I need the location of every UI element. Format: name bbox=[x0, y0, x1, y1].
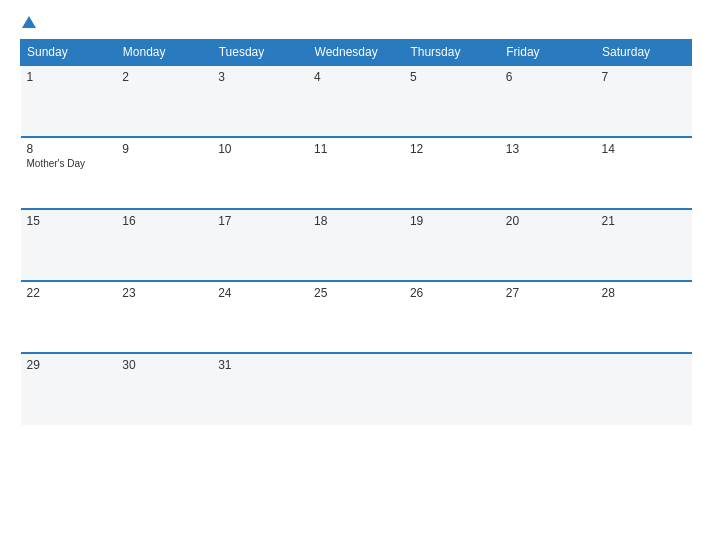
weekday-header: Tuesday bbox=[212, 40, 308, 66]
calendar-week-row: 1234567 bbox=[21, 65, 692, 137]
calendar-day-cell: 11 bbox=[308, 137, 404, 209]
calendar-day-cell: 6 bbox=[500, 65, 596, 137]
weekday-header-row: SundayMondayTuesdayWednesdayThursdayFrid… bbox=[21, 40, 692, 66]
day-number: 31 bbox=[218, 358, 302, 372]
calendar-day-cell: 14 bbox=[596, 137, 692, 209]
weekday-header: Thursday bbox=[404, 40, 500, 66]
calendar-day-cell: 26 bbox=[404, 281, 500, 353]
calendar-day-cell: 22 bbox=[21, 281, 117, 353]
day-number: 16 bbox=[122, 214, 206, 228]
calendar-day-cell: 23 bbox=[116, 281, 212, 353]
day-number: 12 bbox=[410, 142, 494, 156]
day-number: 6 bbox=[506, 70, 590, 84]
calendar-day-cell: 4 bbox=[308, 65, 404, 137]
calendar-day-cell bbox=[308, 353, 404, 425]
day-event-label: Mother's Day bbox=[27, 158, 111, 169]
calendar-body: 12345678Mother's Day91011121314151617181… bbox=[21, 65, 692, 425]
calendar-day-cell: 29 bbox=[21, 353, 117, 425]
day-number: 26 bbox=[410, 286, 494, 300]
calendar-header bbox=[20, 16, 692, 29]
day-number: 3 bbox=[218, 70, 302, 84]
day-number: 25 bbox=[314, 286, 398, 300]
calendar-week-row: 22232425262728 bbox=[21, 281, 692, 353]
calendar-day-cell: 7 bbox=[596, 65, 692, 137]
day-number: 24 bbox=[218, 286, 302, 300]
day-number: 8 bbox=[27, 142, 111, 156]
day-number: 17 bbox=[218, 214, 302, 228]
day-number: 5 bbox=[410, 70, 494, 84]
weekday-header: Sunday bbox=[21, 40, 117, 66]
calendar-day-cell: 27 bbox=[500, 281, 596, 353]
day-number: 23 bbox=[122, 286, 206, 300]
logo-triangle-icon bbox=[22, 16, 36, 28]
day-number: 30 bbox=[122, 358, 206, 372]
calendar-day-cell: 21 bbox=[596, 209, 692, 281]
weekday-header: Saturday bbox=[596, 40, 692, 66]
calendar-week-row: 8Mother's Day91011121314 bbox=[21, 137, 692, 209]
calendar-day-cell: 17 bbox=[212, 209, 308, 281]
calendar-week-row: 293031 bbox=[21, 353, 692, 425]
day-number: 14 bbox=[602, 142, 686, 156]
calendar-day-cell bbox=[500, 353, 596, 425]
calendar-day-cell: 8Mother's Day bbox=[21, 137, 117, 209]
day-number: 2 bbox=[122, 70, 206, 84]
calendar-day-cell: 25 bbox=[308, 281, 404, 353]
calendar-week-row: 15161718192021 bbox=[21, 209, 692, 281]
weekday-header: Monday bbox=[116, 40, 212, 66]
calendar-day-cell: 24 bbox=[212, 281, 308, 353]
calendar-day-cell: 12 bbox=[404, 137, 500, 209]
day-number: 7 bbox=[602, 70, 686, 84]
day-number: 1 bbox=[27, 70, 111, 84]
calendar-day-cell bbox=[596, 353, 692, 425]
day-number: 22 bbox=[27, 286, 111, 300]
calendar-day-cell: 9 bbox=[116, 137, 212, 209]
calendar-day-cell: 18 bbox=[308, 209, 404, 281]
calendar-day-cell: 28 bbox=[596, 281, 692, 353]
calendar-day-cell: 1 bbox=[21, 65, 117, 137]
day-number: 20 bbox=[506, 214, 590, 228]
calendar-day-cell: 19 bbox=[404, 209, 500, 281]
day-number: 4 bbox=[314, 70, 398, 84]
calendar-day-cell: 15 bbox=[21, 209, 117, 281]
day-number: 9 bbox=[122, 142, 206, 156]
weekday-header: Wednesday bbox=[308, 40, 404, 66]
calendar-day-cell: 30 bbox=[116, 353, 212, 425]
calendar-day-cell: 13 bbox=[500, 137, 596, 209]
calendar-page: SundayMondayTuesdayWednesdayThursdayFrid… bbox=[0, 0, 712, 550]
calendar-header-row: SundayMondayTuesdayWednesdayThursdayFrid… bbox=[21, 40, 692, 66]
calendar-day-cell: 2 bbox=[116, 65, 212, 137]
calendar-day-cell: 31 bbox=[212, 353, 308, 425]
day-number: 19 bbox=[410, 214, 494, 228]
calendar-day-cell bbox=[404, 353, 500, 425]
calendar-table: SundayMondayTuesdayWednesdayThursdayFrid… bbox=[20, 39, 692, 425]
calendar-day-cell: 3 bbox=[212, 65, 308, 137]
logo-blue-text bbox=[20, 16, 36, 29]
calendar-day-cell: 16 bbox=[116, 209, 212, 281]
weekday-header: Friday bbox=[500, 40, 596, 66]
calendar-day-cell: 20 bbox=[500, 209, 596, 281]
day-number: 21 bbox=[602, 214, 686, 228]
day-number: 10 bbox=[218, 142, 302, 156]
calendar-day-cell: 5 bbox=[404, 65, 500, 137]
day-number: 15 bbox=[27, 214, 111, 228]
logo bbox=[20, 16, 36, 29]
calendar-day-cell: 10 bbox=[212, 137, 308, 209]
day-number: 27 bbox=[506, 286, 590, 300]
day-number: 29 bbox=[27, 358, 111, 372]
day-number: 18 bbox=[314, 214, 398, 228]
day-number: 28 bbox=[602, 286, 686, 300]
day-number: 11 bbox=[314, 142, 398, 156]
day-number: 13 bbox=[506, 142, 590, 156]
